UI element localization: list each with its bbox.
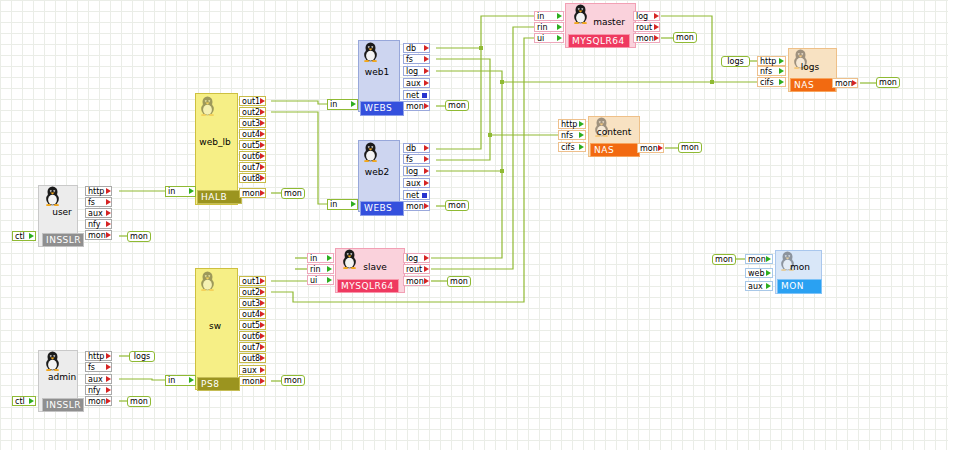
port-web1-db[interactable]: db <box>403 43 430 53</box>
port-admin-http[interactable]: http <box>85 351 112 361</box>
port-slave-log[interactable]: log <box>403 253 430 263</box>
port-content-http[interactable]: http <box>558 119 586 129</box>
port-web_lb-mon[interactable]: mon <box>239 188 266 198</box>
port-sw-aux[interactable]: aux <box>239 365 266 375</box>
port-sw-out4[interactable]: out4 <box>239 309 266 319</box>
wire-17[interactable] <box>436 16 534 48</box>
diagram-canvas[interactable]: userINSSLRhttpfsauxnfymonctladminINSSLRh… <box>0 0 960 475</box>
port-sw-out6[interactable]: out6 <box>239 331 266 341</box>
connector-mon-0[interactable]: mon <box>127 231 151 242</box>
port-web_lb-out6[interactable]: out6 <box>239 151 266 161</box>
port-slave-rout[interactable]: rout <box>403 264 430 274</box>
port-content-cifs[interactable]: cifs <box>558 142 586 152</box>
port-label: out1 <box>242 97 260 106</box>
output-arrow-icon <box>260 175 265 181</box>
port-web_lb-in[interactable]: in <box>165 186 196 197</box>
connector-mon-11[interactable]: mon <box>876 77 900 88</box>
node-label-slave: slave <box>363 262 387 272</box>
connector-mon-2[interactable]: mon <box>127 396 151 407</box>
port-master-in[interactable]: in <box>534 11 564 21</box>
output-arrow-icon <box>424 266 429 272</box>
port-web2-log[interactable]: log <box>403 166 430 176</box>
port-web1-fs[interactable]: fs <box>403 54 430 64</box>
port-web2-net[interactable]: net <box>403 190 430 200</box>
port-logs-http[interactable]: http <box>757 56 786 66</box>
port-slave-ui[interactable]: ui <box>307 275 334 285</box>
input-arrow-icon <box>579 144 584 150</box>
port-web2-mon[interactable]: mon <box>403 201 430 211</box>
port-logs-cifs[interactable]: cifs <box>757 77 786 87</box>
port-logs-nfs[interactable]: nfs <box>757 66 786 76</box>
port-mon-aux[interactable]: aux <box>745 281 773 291</box>
wire-25[interactable] <box>431 27 534 269</box>
port-web1-log[interactable]: log <box>403 66 430 76</box>
port-master-mon[interactable]: mon <box>633 33 660 43</box>
port-sw-out8[interactable]: out8 <box>239 353 266 363</box>
port-web2-db[interactable]: db <box>403 143 430 153</box>
port-sw-out5[interactable]: out5 <box>239 320 266 330</box>
port-slave-mon[interactable]: mon <box>403 276 430 286</box>
port-slave-rin[interactable]: rin <box>307 264 334 274</box>
port-admin-nfy[interactable]: nfy <box>85 385 112 395</box>
port-web_lb-out8[interactable]: out8 <box>239 173 266 183</box>
connector-logs-1[interactable]: logs <box>129 351 155 362</box>
wire-18[interactable] <box>436 48 481 149</box>
port-web_lb-out2[interactable]: out2 <box>239 107 266 117</box>
port-web2-fs[interactable]: fs <box>403 154 430 164</box>
connector-mon-12[interactable]: mon <box>712 254 736 265</box>
wire-24[interactable] <box>661 16 712 82</box>
port-sw-mon[interactable]: mon <box>239 376 266 386</box>
port-web_lb-out1[interactable]: out1 <box>239 96 266 106</box>
wire-3[interactable] <box>119 379 165 380</box>
port-web2-aux[interactable]: aux <box>403 178 430 188</box>
port-sw-out7[interactable]: out7 <box>239 342 266 352</box>
connector-mon-7[interactable]: mon <box>447 276 471 287</box>
port-user-mon[interactable]: mon <box>85 230 112 240</box>
port-master-rout[interactable]: rout <box>633 22 660 32</box>
port-admin-fs[interactable]: fs <box>85 362 112 372</box>
port-master-rin[interactable]: rin <box>534 22 564 32</box>
port-user-ctl[interactable]: ctl <box>12 231 36 241</box>
port-web_lb-out4[interactable]: out4 <box>239 129 266 139</box>
port-web1-net[interactable]: net <box>403 90 430 100</box>
port-master-ui[interactable]: ui <box>534 33 564 43</box>
port-user-aux[interactable]: aux <box>85 208 112 218</box>
port-label: mon <box>242 377 260 386</box>
port-admin-mon[interactable]: mon <box>85 396 112 406</box>
port-web1-in[interactable]: in <box>327 99 358 110</box>
port-user-nfy[interactable]: nfy <box>85 219 112 229</box>
port-sw-out2[interactable]: out2 <box>239 287 266 297</box>
port-content-nfs[interactable]: nfs <box>558 130 586 140</box>
port-web_lb-out5[interactable]: out5 <box>239 140 266 150</box>
connector-mon-6[interactable]: mon <box>445 200 469 211</box>
node-badge-web1: WEBS <box>360 101 404 116</box>
port-web1-mon[interactable]: mon <box>403 101 430 111</box>
port-user-fs[interactable]: fs <box>85 197 112 207</box>
wire-20[interactable] <box>436 135 490 160</box>
port-sw-out3[interactable]: out3 <box>239 298 266 308</box>
connector-logs-10[interactable]: logs <box>721 56 750 67</box>
port-web_lb-out7[interactable]: out7 <box>239 162 266 172</box>
connector-mon-8[interactable]: mon <box>673 32 697 43</box>
port-logs-mon[interactable]: mon <box>832 78 858 88</box>
connector-mon-5[interactable]: mon <box>445 100 469 111</box>
port-master-log[interactable]: log <box>633 11 660 21</box>
port-sw-in[interactable]: in <box>165 375 196 386</box>
connector-mon-3[interactable]: mon <box>281 188 305 199</box>
connector-mon-4[interactable]: mon <box>281 375 305 386</box>
port-slave-in[interactable]: in <box>307 253 334 263</box>
port-sw-out1[interactable]: out1 <box>239 276 266 286</box>
output-arrow-icon <box>260 378 265 384</box>
port-mon-web[interactable]: web <box>745 268 773 278</box>
port-web2-in[interactable]: in <box>327 199 358 210</box>
port-web_lb-out3[interactable]: out3 <box>239 118 266 128</box>
input-arrow-icon <box>557 24 562 30</box>
port-user-http[interactable]: http <box>85 186 112 196</box>
port-web1-aux[interactable]: aux <box>403 78 430 88</box>
port-admin-aux[interactable]: aux <box>85 374 112 384</box>
port-admin-ctl[interactable]: ctl <box>12 396 36 406</box>
port-mon-mon[interactable]: mon <box>745 254 773 264</box>
wire-15[interactable] <box>271 101 327 104</box>
port-content-mon[interactable]: mon <box>637 143 664 153</box>
connector-mon-9[interactable]: mon <box>678 142 702 153</box>
